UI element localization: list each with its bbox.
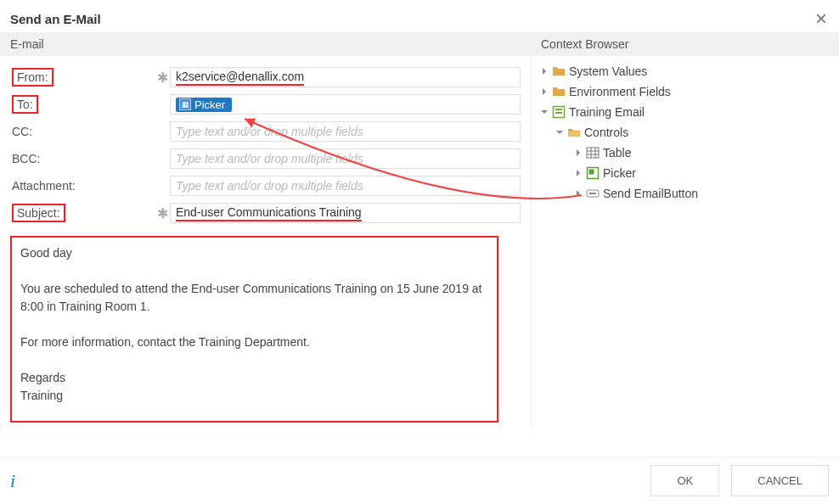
svg-rect-9 [589, 170, 594, 175]
chevron-right-icon [540, 67, 549, 76]
context-browser-tree: System Values Environment Fields Trainin… [532, 54, 839, 204]
dialog-header: Send an E-Mail × [0, 0, 839, 36]
label-to: To: [12, 95, 38, 114]
from-value: k2service@denallix.com [176, 69, 304, 86]
subject-input[interactable]: End-user Communications Training [170, 203, 521, 223]
tree-send-email-button[interactable]: Send EmailButton [537, 183, 834, 204]
info-icon[interactable]: i [10, 470, 15, 492]
section-email: E-mail [0, 32, 531, 56]
chevron-right-icon [574, 189, 583, 198]
svg-rect-1 [555, 109, 562, 110]
picker-chip-icon: ▦ [179, 98, 191, 110]
tree-training-email[interactable]: Training Email [537, 102, 834, 122]
attachment-placeholder: Type text and/or drop multiple fields [176, 179, 363, 193]
tree-environment-fields[interactable]: Environment Fields [537, 81, 834, 102]
picker-chip[interactable]: ▦ Picker [176, 98, 232, 112]
chevron-down-icon [555, 128, 564, 137]
attachment-input[interactable]: Type text and/or drop multiple fields [170, 176, 521, 196]
dialog-footer: i OK CANCEL [0, 456, 839, 504]
tree-label: Table [603, 146, 631, 160]
subject-value: End-user Communications Training [176, 204, 362, 221]
label-from: From: [12, 68, 53, 87]
cancel-button[interactable]: CANCEL [731, 465, 829, 496]
section-context-browser: Context Browser [531, 32, 839, 56]
tree-label: Controls [584, 126, 628, 139]
bcc-placeholder: Type text and/or drop multiple fields [176, 152, 363, 165]
tree-label: Send EmailButton [603, 187, 698, 200]
cc-input[interactable]: Type text and/or drop multiple fields [170, 121, 521, 142]
svg-rect-3 [587, 148, 599, 158]
picker-chip-label: Picker [194, 98, 225, 111]
svg-rect-11 [589, 193, 596, 194]
picker-icon [586, 166, 600, 180]
chevron-right-icon [540, 87, 549, 96]
folder-icon [552, 64, 566, 78]
bcc-input[interactable]: Type text and/or drop multiple fields [170, 148, 521, 169]
chevron-right-icon [574, 169, 583, 177]
folder-icon [552, 85, 566, 98]
email-body-textarea[interactable]: Good day You are scheduled to attend the… [10, 236, 498, 423]
tree-system-values[interactable]: System Values [537, 61, 834, 81]
table-icon [586, 146, 600, 160]
required-star-icon: ✱ [155, 205, 170, 221]
label-attachment: Attachment: [10, 179, 155, 193]
label-subject: Subject: [12, 204, 65, 222]
tree-picker[interactable]: Picker [537, 163, 834, 183]
required-star-icon: ✱ [155, 70, 170, 86]
form-icon [552, 105, 566, 119]
folder-open-icon [567, 126, 581, 139]
tree-label: Picker [603, 166, 636, 180]
tree-label: Training Email [569, 105, 645, 119]
chevron-right-icon [574, 148, 583, 157]
cc-placeholder: Type text and/or drop multiple fields [176, 125, 363, 138]
label-bcc: BCC: [10, 152, 155, 165]
to-input[interactable]: ▦ Picker [170, 94, 521, 115]
tree-label: System Values [569, 64, 647, 78]
svg-rect-2 [555, 112, 562, 114]
tree-table[interactable]: Table [537, 143, 834, 163]
close-icon[interactable]: × [815, 7, 827, 31]
tree-controls[interactable]: Controls [537, 122, 834, 143]
ok-button[interactable]: OK [650, 465, 719, 496]
button-icon [586, 187, 600, 200]
tree-label: Environment Fields [569, 85, 671, 98]
chevron-down-icon [540, 108, 549, 116]
label-cc: CC: [10, 125, 155, 138]
from-input[interactable]: k2service@denallix.com [170, 67, 521, 87]
dialog-title: Send an E-Mail [10, 12, 101, 26]
